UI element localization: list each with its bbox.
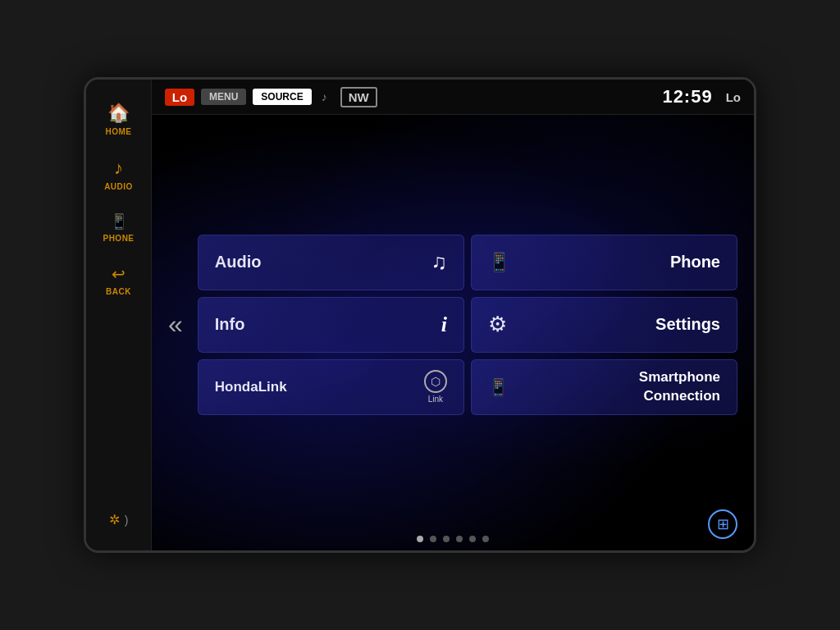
- music-note-icon: ♪: [322, 90, 327, 103]
- page-dot-6[interactable]: [482, 536, 489, 542]
- tile-smartphone[interactable]: 📱 SmartphoneConnection: [471, 359, 737, 415]
- brightness-sun-icon: ✲: [109, 512, 120, 527]
- tile-smartphone-icon: 📱: [488, 377, 509, 397]
- sidebar-item-phone[interactable]: 📱 PHONE: [90, 206, 148, 249]
- menu-grid: Audio ♫ 📱 Phone Info i ⚙ Settings: [198, 235, 737, 415]
- lo-badge-right: Lo: [726, 90, 741, 104]
- grid-area: « Audio ♫ 📱 Phone Info i: [152, 115, 754, 531]
- home-icon: 🏠: [107, 103, 130, 124]
- bottom-row: [152, 531, 754, 550]
- grid-view-button[interactable]: ⊞: [708, 509, 737, 539]
- tile-settings-icon: ⚙: [488, 312, 507, 337]
- tile-info-icon: i: [441, 313, 447, 337]
- sidebar-home-label: HOME: [106, 127, 132, 136]
- page-dot-1[interactable]: [417, 536, 423, 542]
- time-display: 12:59: [662, 86, 712, 107]
- top-bar: Lo MENU SOURCE ♪ NW 12:59 Lo: [152, 80, 754, 115]
- page-dot-4[interactable]: [456, 536, 463, 542]
- phone-icon: 📱: [110, 212, 128, 231]
- source-button[interactable]: SOURCE: [253, 89, 311, 105]
- hondalink-link-text: Link: [428, 395, 443, 404]
- brightness-moon-icon: ): [125, 514, 129, 527]
- tile-hondalink-icon-group: ⬡ Link: [424, 370, 447, 404]
- sidebar-phone-label: PHONE: [103, 234, 134, 243]
- back-arrow-button[interactable]: «: [162, 309, 189, 340]
- hondalink-circle-icon: ⬡: [424, 370, 447, 393]
- sidebar-item-back[interactable]: ↩ BACK: [90, 258, 148, 303]
- sidebar: 🏠 HOME ♪ AUDIO 📱 PHONE ↩ BACK ✲ ): [86, 80, 152, 550]
- main-content: Lo MENU SOURCE ♪ NW 12:59 Lo « Audio ♫ 📱: [152, 80, 754, 550]
- sidebar-audio-label: AUDIO: [104, 182, 133, 191]
- menu-button[interactable]: MENU: [201, 89, 246, 105]
- tile-settings[interactable]: ⚙ Settings: [471, 297, 737, 353]
- lo-badge-left: Lo: [165, 89, 194, 106]
- page-dot-2[interactable]: [430, 536, 436, 542]
- tile-phone-label: Phone: [670, 253, 720, 272]
- brightness-control[interactable]: ✲ ): [103, 505, 135, 534]
- tile-hondalink[interactable]: HondaLink ⬡ Link: [198, 359, 464, 415]
- tile-info-label: Info: [215, 315, 245, 334]
- tile-audio-icon: ♫: [431, 249, 447, 275]
- tile-smartphone-label: SmartphoneConnection: [639, 368, 720, 404]
- page-dot-3[interactable]: [443, 536, 450, 542]
- sidebar-back-label: BACK: [106, 287, 131, 296]
- tile-audio-label: Audio: [215, 253, 262, 272]
- page-dot-5[interactable]: [469, 536, 476, 542]
- tile-audio[interactable]: Audio ♫: [198, 235, 464, 290]
- tile-settings-label: Settings: [655, 315, 720, 334]
- tile-phone[interactable]: 📱 Phone: [471, 235, 737, 290]
- tile-phone-icon: 📱: [488, 252, 510, 273]
- direction-badge: NW: [340, 87, 377, 107]
- grid-view-icon: ⊞: [717, 515, 729, 533]
- audio-icon: ♪: [114, 158, 123, 179]
- back-icon: ↩: [112, 264, 126, 284]
- infotainment-screen: 🏠 HOME ♪ AUDIO 📱 PHONE ↩ BACK ✲ ) Lo MEN…: [84, 77, 756, 553]
- sidebar-item-audio[interactable]: ♪ AUDIO: [90, 151, 148, 198]
- tile-info[interactable]: Info i: [198, 297, 464, 353]
- tile-hondalink-label: HondaLink: [215, 379, 287, 395]
- sidebar-item-home[interactable]: 🏠 HOME: [90, 96, 148, 143]
